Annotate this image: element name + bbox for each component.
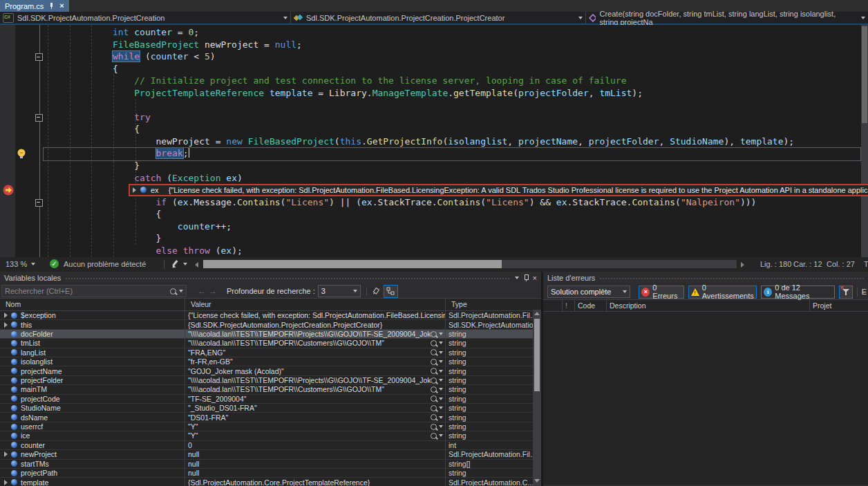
chevron-down-icon[interactable]: [439, 379, 443, 382]
locals-scrollbar-thumb[interactable]: [534, 319, 540, 391]
search-back-icon[interactable]: ←: [198, 286, 206, 296]
chevron-down-icon[interactable]: [439, 416, 443, 419]
locals-title-bar[interactable]: Variables locales ×: [0, 272, 541, 284]
locals-name-cell[interactable]: mainTM: [0, 385, 185, 393]
locals-row[interactable]: projectName"GOJO_Joker mask (Acolad)"str…: [0, 366, 541, 375]
code-line[interactable]: try: [48, 111, 794, 124]
search-icon[interactable]: [170, 288, 176, 295]
magnifier-icon[interactable]: [431, 368, 437, 374]
locals-name-cell[interactable]: counter: [0, 441, 185, 449]
value-visualizer[interactable]: [431, 433, 445, 439]
close-panel-icon[interactable]: ×: [533, 274, 537, 282]
locals-value-cell[interactable]: "Y": [185, 431, 446, 440]
locals-name-cell[interactable]: this: [0, 320, 185, 328]
locals-row[interactable]: template{Sdl.ProjectAutomation.Core.Proj…: [0, 478, 541, 486]
scroll-left-icon[interactable]: [195, 262, 198, 268]
tab-program-cs[interactable]: Program.cs ×: [0, 0, 69, 12]
code-line[interactable]: // Initialize project and test connectio…: [48, 75, 794, 87]
code-text[interactable]: int counter = 0; FileBasedProject newPro…: [48, 26, 794, 256]
code-line[interactable]: {: [48, 123, 794, 135]
locals-name-cell[interactable]: template: [0, 478, 185, 486]
pin-tab-icon[interactable]: [48, 3, 55, 9]
locals-name-cell[interactable]: projectName: [0, 366, 185, 375]
value-visualizer[interactable]: [431, 414, 445, 420]
horizontal-scrollbar-thumb[interactable]: [203, 260, 502, 268]
warnings-filter-button[interactable]: ! 0 Avertissements: [688, 286, 757, 299]
locals-name-cell[interactable]: userrcf: [0, 422, 185, 431]
value-visualizer[interactable]: [431, 340, 445, 346]
locals-row[interactable]: isolanglist"fr-FR,en-GB"string: [0, 357, 541, 366]
code-line[interactable]: newProject = new FileBasedProject(this.G…: [48, 135, 794, 148]
locals-row[interactable]: counter0int: [0, 441, 541, 450]
error-list-body[interactable]: [543, 312, 868, 485]
locals-name-cell[interactable]: isolanglist: [0, 357, 185, 366]
locals-row[interactable]: mainTM"\\\\acolad.lan\\TEST\\TEMPOFR\\Cu…: [0, 385, 541, 394]
magnifier-icon[interactable]: [431, 405, 437, 411]
code-line[interactable]: while (counter < 5): [48, 50, 794, 63]
chevron-down-icon[interactable]: [439, 425, 443, 428]
column-header-type[interactable]: Type: [446, 299, 541, 310]
locals-name-cell[interactable]: projectCode: [0, 395, 185, 403]
type-dropdown[interactable]: Sdl.SDK.ProjectAutomation.ProjectCreatio…: [291, 12, 586, 24]
locals-row[interactable]: StudioName"_Studio_DS01-FRA"string: [0, 404, 541, 413]
breakpoint-margin[interactable]: [0, 25, 15, 257]
locals-value-cell[interactable]: "FRA,ENG": [185, 348, 446, 357]
editor-vertical-scrollbar-thumb[interactable]: [862, 26, 867, 123]
column-header-description[interactable]: Description: [607, 300, 810, 312]
chevron-down-icon[interactable]: [439, 406, 443, 409]
magnifier-icon[interactable]: [431, 386, 437, 393]
code-line[interactable]: FileBasedProject newProject = null;: [48, 39, 794, 51]
locals-row[interactable]: projectCode"TF-SE_2009004"string: [0, 395, 541, 404]
code-editor[interactable]: int counter = 0; FileBasedProject newPro…: [0, 25, 868, 257]
value-visualizer[interactable]: [431, 359, 445, 365]
quick-actions-bulb-icon[interactable]: [17, 149, 26, 160]
chevron-down-icon[interactable]: [439, 398, 443, 400]
locals-row[interactable]: dsName"DS01-FRA"string: [0, 413, 541, 422]
value-visualizer[interactable]: [431, 377, 445, 384]
value-visualizer[interactable]: [431, 368, 445, 374]
locals-row[interactable]: ice"Y"string: [0, 431, 541, 440]
expander-icon[interactable]: [4, 480, 8, 485]
locals-row[interactable]: projectPathnullstring: [0, 469, 541, 478]
magnifier-icon[interactable]: [431, 395, 437, 402]
code-cleanup-button[interactable]: [171, 260, 187, 268]
expander-icon[interactable]: [4, 312, 8, 318]
code-line[interactable]: {: [48, 63, 794, 75]
code-line[interactable]: }: [48, 160, 794, 172]
code-health-indicator[interactable]: ✓ Aucun problème détecté: [50, 259, 146, 268]
locals-value-cell[interactable]: "TF-SE_2009004": [185, 395, 446, 403]
value-visualizer[interactable]: [431, 331, 445, 337]
scroll-right-icon[interactable]: [741, 262, 744, 268]
code-line[interactable]: ProjectTemplateReference template = Libr…: [48, 87, 794, 100]
chevron-down-icon[interactable]: [439, 360, 443, 363]
column-header-name[interactable]: Nom: [0, 299, 185, 310]
code-line[interactable]: }: [48, 232, 794, 245]
magnifier-icon[interactable]: [431, 331, 437, 337]
locals-value-cell[interactable]: "fr-FR,en-GB": [185, 357, 446, 366]
locals-value-cell[interactable]: "GOJO_Joker mask (Acolad)": [185, 366, 446, 375]
fold-collapse-icon[interactable]: [35, 53, 43, 61]
severity-column-icon[interactable]: !: [563, 300, 575, 312]
locals-name-cell[interactable]: startTMs: [0, 460, 185, 468]
error-list-title-bar[interactable]: Liste d'erreurs: [543, 272, 868, 284]
chevron-down-icon[interactable]: [439, 351, 443, 354]
breakpoint-current-statement-icon[interactable]: [3, 185, 14, 197]
locals-row[interactable]: projectFolder"\\\\acolad.lan\\TEST\\TEMP…: [0, 376, 541, 385]
locals-row[interactable]: startTMsnullstring[]: [0, 460, 541, 469]
locals-row[interactable]: tmList"\\\\acolad.lan\\TEST\\TEMPOFR\\Cu…: [0, 339, 541, 348]
chevron-down-icon[interactable]: [439, 342, 443, 344]
code-line[interactable]: catch (Exception ex): [48, 172, 794, 185]
magnifier-icon[interactable]: [431, 340, 437, 346]
value-visualizer[interactable]: [431, 349, 445, 355]
locals-name-cell[interactable]: ice: [0, 431, 185, 440]
locals-name-cell[interactable]: langList: [0, 348, 185, 357]
value-visualizer[interactable]: [431, 424, 445, 430]
project-dropdown[interactable]: Sdl.SDK.ProjectAutomation.ProjectCreatio…: [0, 12, 291, 24]
search-forward-icon[interactable]: →: [209, 286, 217, 296]
expander-icon[interactable]: [133, 187, 136, 193]
magnifier-icon[interactable]: [431, 349, 437, 355]
column-header-project[interactable]: Projet: [810, 300, 868, 312]
code-line[interactable]: int counter = 0;: [48, 26, 794, 39]
locals-value-cell[interactable]: "\\\\acolad.lan\\TEST\\TEMPOFR\\Projects…: [185, 376, 446, 384]
expander-icon[interactable]: [4, 322, 8, 328]
